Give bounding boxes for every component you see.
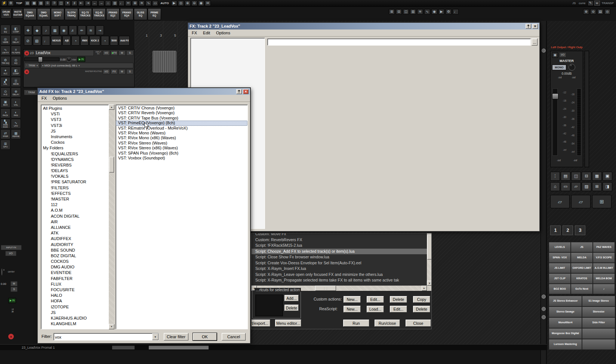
clock2-icon[interactable]: ◔ (101, 36, 109, 46)
mute-button[interactable]: M (118, 50, 126, 56)
tree-item[interactable]: KJAERHUS AUDIO (41, 315, 108, 321)
snap-icon[interactable]: ✦ (65, 0, 71, 6)
settings-icon[interactable]: ⚙ (446, 9, 452, 15)
shortcut-delete-button[interactable]: Delete (284, 305, 299, 311)
scroll-zoom-knob-3[interactable] (542, 307, 546, 311)
go-end-icon[interactable]: ⇥ (85, 0, 91, 6)
scroll-zoom-knob-2[interactable] (542, 295, 546, 299)
power-icon[interactable]: ◉ (552, 52, 558, 58)
action-list-item[interactable]: Script: Create Vox-Deess Envelope for Se… (252, 260, 427, 266)
shortcut-listbox[interactable] (255, 295, 283, 316)
fx-shortcut-button[interactable]: ▚ SIDE KICK (0, 119, 10, 129)
plugin-slot-button-wide[interactable]: Monofilter4 (549, 317, 582, 328)
ae-button[interactable]: A|E (62, 36, 71, 46)
plugin-list-item[interactable]: VST: CRTIV Tape Bus (Voxengo) (116, 116, 247, 121)
layout-1-icon[interactable]: ① (44, 0, 50, 6)
nav-left-icon[interactable]: ← (92, 0, 98, 6)
solo-button[interactable]: S (10, 287, 18, 292)
note-tool-icon[interactable]: ♪ (42, 25, 50, 35)
plugin-slot-button-wide[interactable]: Lurssen Mastering (549, 339, 582, 350)
add-tool-icon[interactable]: ✚ (24, 25, 32, 35)
tree-item[interactable]: !VOKALS (41, 174, 108, 179)
add-icon[interactable]: ⊞ (592, 182, 602, 191)
plugin-slot-button[interactable]: JS (571, 242, 593, 252)
waveform-icon[interactable]: ∿ (145, 0, 151, 6)
plugin-slot-button-wide[interactable] (582, 339, 615, 350)
menu-item[interactable]: FX (189, 30, 200, 35)
tracks-icon[interactable]: ▥ (112, 0, 118, 6)
scroll-down-icon[interactable]: ▼ (427, 281, 432, 286)
pattern-icon[interactable]: ▨ (582, 182, 591, 191)
plugin-list-item[interactable]: VST: REmatrix (Overloud - MoReVoX) (116, 126, 247, 131)
bank-number-button[interactable]: 1 (550, 225, 561, 235)
fx-shortcut-button[interactable]: ✦ XLC (0, 66, 10, 77)
grid-tool-icon[interactable]: ▦ (51, 25, 59, 35)
bank-number-button[interactable]: 2 (563, 225, 573, 235)
input-fx-label[interactable]: INPUT FX (95, 51, 102, 55)
shortcut-add-button[interactable]: Add... (284, 295, 299, 301)
fx-button[interactable]: FX (111, 50, 118, 56)
action-list-item[interactable]: Script: X-Raym_Propagate selected items … (252, 277, 427, 283)
tree-item[interactable]: JS (41, 128, 108, 134)
mute-button-2[interactable]: M (118, 69, 126, 74)
master-fader-handle[interactable] (552, 93, 558, 99)
mixer-icon[interactable]: ▧ (38, 0, 44, 6)
tree-item[interactable]: ACON DIGITAL (41, 214, 108, 219)
pane-icon[interactable]: ◨ (603, 182, 612, 191)
pin-icon[interactable] (526, 24, 531, 29)
tree-item[interactable]: !MASTER (41, 196, 108, 202)
filter-combo[interactable]: ▼ (53, 333, 159, 340)
tree-item[interactable]: Cockos (41, 140, 108, 145)
fx-shortcut-button[interactable]: ◎ EQ (11, 56, 21, 66)
sends-icon[interactable]: ▦ (592, 172, 602, 181)
layout-7-icon[interactable]: ⑦ (51, 0, 57, 6)
hscroll-thumb[interactable]: ⋮⋮ (315, 286, 336, 291)
play-mode-icon[interactable]: ▶ (438, 9, 444, 15)
cancel-button[interactable]: Cancel (222, 333, 246, 340)
menu-item[interactable]: Edit (200, 30, 213, 35)
reascript-button[interactable]: Edit... (390, 306, 407, 312)
remove-fx-icon[interactable]: ⊟ (396, 9, 402, 15)
scroll-up-icon[interactable]: ▲ (109, 105, 114, 110)
tree-item[interactable]: My Folders (41, 145, 108, 151)
input-fx-label[interactable]: INPUT FX (1, 245, 22, 250)
plugin-slot-button[interactable]: SPAN- VOX (549, 252, 571, 263)
tree-item[interactable]: AUDIORITY (41, 242, 108, 248)
pencil-icon[interactable]: ✏ (125, 0, 131, 6)
record-monitor-button[interactable]: ▶ IN (77, 57, 85, 62)
import-export-button[interactable]: rt/export... (251, 320, 270, 327)
scroll-right-icon[interactable]: ► (422, 286, 427, 291)
record-icon[interactable]: ◉ (198, 0, 204, 6)
folder-icon[interactable]: ▱ (571, 182, 581, 191)
close-icon[interactable]: ✕ (532, 24, 538, 29)
tree-item[interactable]: FLUX (41, 281, 108, 287)
plugin-slot-button-wide[interactable]: Stereo Savage (549, 307, 582, 317)
fx-shortcut-button[interactable]: ▣ BOX (0, 98, 10, 108)
eq-preset-button[interactable]: SLOTH TRAHQ (65, 8, 78, 20)
tree-item[interactable]: IZOTOPE (41, 304, 108, 310)
plugin-folder-tree[interactable]: All PluginsVSTiVST3VST3iJSInstrumentsCoc… (41, 105, 109, 329)
zoom-out-icon[interactable]: ⊖ (191, 0, 197, 6)
tree-item[interactable]: !REVERBS (41, 162, 108, 168)
plugin-slot-button[interactable]: V.P.S SCOPE (593, 252, 615, 263)
plugin-list-item[interactable]: VST: CRTIV Chorus (Voxengo) (116, 106, 247, 111)
fx-shortcut-button[interactable]: ≡ FILTERS (11, 46, 21, 56)
fx-shortcut-button[interactable]: ∿ LIM FX (0, 46, 10, 56)
trim-mode-dropdown[interactable]: ⌃TRIM▼ (24, 63, 40, 68)
nexus-button[interactable]: NEXUS (51, 36, 62, 46)
menu-editor-button[interactable]: Menu editor... (275, 320, 301, 327)
tree-item[interactable]: DMG AUDIO (41, 264, 108, 270)
plugin-list-item[interactable]: VST: Voxbox (Soundspot) (116, 156, 247, 161)
fx-shortcut-button[interactable]: ⊙ H-D (0, 87, 10, 97)
clock-icon[interactable]: ◔ (71, 36, 80, 46)
tree-item[interactable]: Instruments (41, 134, 108, 140)
envelope-icon[interactable]: ≋ (139, 0, 145, 6)
tree-item[interactable]: !DELAYS (41, 168, 108, 174)
volume-slider[interactable] (24, 57, 59, 61)
custom-action-button[interactable]: New... (344, 296, 361, 303)
action-list-item[interactable]: Script: X-Raym_Insert FX.lua (252, 266, 427, 272)
plugin-slot-button-wide[interactable]: Side Filter (582, 317, 615, 328)
dock-icon[interactable]: ◫ (571, 172, 581, 181)
fx-shortcut-button[interactable]: ⇄ XFER (0, 129, 10, 139)
plugin-slot-button[interactable]: BOZ BOG (549, 284, 571, 294)
